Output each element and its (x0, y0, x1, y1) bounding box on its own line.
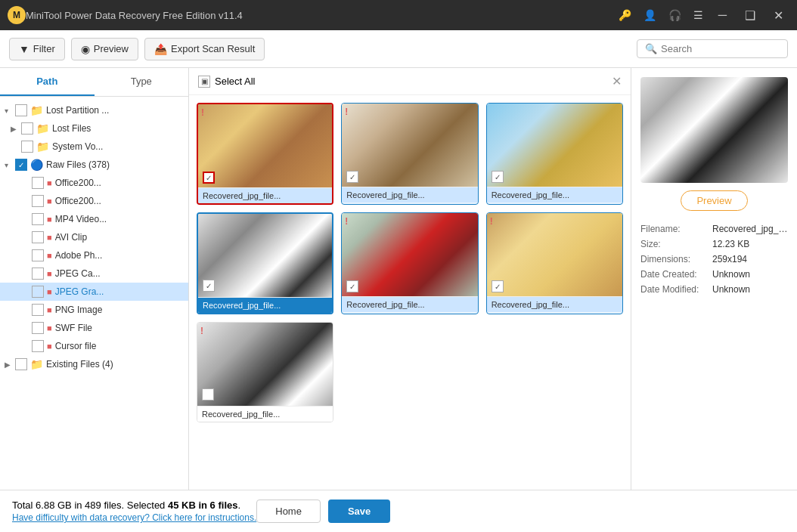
file-item[interactable]: ! ✓ Recovered_jpg_file... (341, 103, 478, 205)
title-bar-icons: 🔑 👤 🎧 ☰ ─ ❑ ✕ (616, 7, 789, 24)
tree-item-mp4-video[interactable]: ■ MP4 Video... (0, 210, 188, 228)
folder-question-icon: 📁 (36, 122, 49, 135)
file-item[interactable]: ! ✓ Recovered_jpg_file... (197, 103, 333, 205)
key-icon[interactable]: 🔑 (616, 8, 634, 23)
raw-file-icon: ■ (47, 342, 52, 351)
file-checkbox[interactable] (202, 388, 214, 401)
raw-file-icon: ■ (47, 269, 52, 278)
sidebar-tree: ▾ 📁 Lost Partition ... ▶ 📁 Lost Files 📁 … (0, 97, 188, 490)
tree-check[interactable] (15, 104, 27, 116)
tab-path[interactable]: Path (0, 68, 95, 96)
help-link[interactable]: Have difficulty with data recovery? Clic… (12, 512, 256, 523)
file-item[interactable]: ! ✓ Recovered_jpg_file... (486, 212, 623, 314)
file-name: Recovered_jpg_file... (342, 296, 477, 312)
file-thumbnail: ! (487, 213, 622, 296)
warning-badge: ! (201, 107, 204, 118)
tree-check[interactable] (32, 286, 44, 298)
tree-item-png-image[interactable]: ■ PNG Image (0, 301, 188, 319)
app-title: MiniTool Power Data Recovery Free Editio… (26, 10, 616, 21)
tree-check[interactable] (32, 268, 44, 280)
main-content: Path Type ▾ 📁 Lost Partition ... ▶ 📁 Los… (0, 68, 797, 490)
tree-check[interactable]: ✓ (15, 159, 27, 171)
tree-item-office200-1[interactable]: ■ Office200... (0, 174, 188, 192)
file-thumbnail: ! (342, 213, 477, 296)
tree-check[interactable] (21, 122, 33, 135)
tree-item-lost-files[interactable]: ▶ 📁 Lost Files (0, 119, 188, 138)
tree-item-existing-files[interactable]: ▶ 📁 Existing Files (4) (0, 355, 188, 373)
file-thumbnail: ! (197, 323, 333, 406)
file-checkbox[interactable]: ✓ (492, 280, 504, 292)
tree-check[interactable] (21, 141, 33, 153)
status-text: Total 6.88 GB in 489 files. Selected 45 … (12, 500, 256, 511)
tree-item-adobe-ph[interactable]: ■ Adobe Ph... (0, 246, 188, 264)
eye-icon: ◉ (81, 43, 90, 55)
file-checkbox[interactable]: ✓ (203, 280, 215, 292)
tree-check[interactable] (32, 322, 44, 334)
home-button[interactable]: Home (256, 500, 321, 523)
tree-check[interactable] (32, 213, 44, 225)
file-name: Recovered_jpg_file... (198, 187, 332, 203)
raw-file-icon: ■ (47, 178, 52, 187)
menu-icon[interactable]: ☰ (690, 8, 706, 23)
sidebar-tabs: Path Type (0, 68, 188, 97)
search-input[interactable] (661, 43, 780, 54)
file-checkbox[interactable]: ✓ (346, 171, 358, 183)
file-item[interactable]: ✓ Recovered_jpg_file... (486, 103, 623, 205)
tree-check[interactable] (32, 304, 44, 316)
info-row-date-modified: Date Modified: Unknown (640, 282, 788, 297)
headphones-icon[interactable]: 🎧 (665, 8, 684, 23)
info-row-dimensions: Dimensions: 259x194 (640, 252, 788, 267)
file-thumbnail (487, 104, 622, 187)
preview-img-placeholder (640, 77, 788, 183)
tree-check[interactable] (32, 177, 44, 189)
tree-item-raw-files[interactable]: ▾ ✓ 🔵 Raw Files (378) (0, 156, 188, 174)
tree-item-avi-clip[interactable]: ■ AVI Clip (0, 228, 188, 246)
select-all-checkbox[interactable]: ▣ (198, 76, 210, 88)
tree-item-jpeg-gra[interactable]: ■ JPEG Gra... (0, 283, 188, 301)
tree-item-lost-partition[interactable]: ▾ 📁 Lost Partition ... (0, 101, 188, 119)
title-bar: M MiniTool Power Data Recovery Free Edit… (0, 0, 797, 30)
tree-item-system-vo[interactable]: 📁 System Vo... (0, 138, 188, 156)
close-button[interactable]: ✕ (768, 7, 789, 24)
folder-icon: 📁 (36, 141, 49, 153)
folder-icon: 📁 (30, 104, 43, 116)
save-button[interactable]: Save (328, 500, 390, 523)
restore-button[interactable]: ❑ (739, 7, 761, 24)
tree-check[interactable] (32, 249, 44, 261)
tab-type[interactable]: Type (95, 68, 189, 96)
file-checkbox[interactable]: ✓ (203, 172, 215, 184)
select-all[interactable]: ▣ Select All (198, 76, 255, 88)
warning-badge: ! (490, 216, 493, 227)
tree-check[interactable] (32, 340, 44, 352)
tree-check[interactable] (32, 231, 44, 243)
raw-icon: 🔵 (30, 159, 43, 171)
sidebar: Path Type ▾ 📁 Lost Partition ... ▶ 📁 Los… (0, 68, 189, 490)
tree-item-cursor-file[interactable]: ■ Cursor file (0, 337, 188, 355)
tree-check[interactable] (32, 195, 44, 207)
tree-item-office200-2[interactable]: ■ Office200... (0, 192, 188, 210)
raw-file-icon: ■ (47, 305, 52, 314)
file-item[interactable]: ✓ Recovered_jpg_file... (197, 212, 333, 314)
file-checkbox[interactable]: ✓ (346, 280, 358, 292)
close-panel-button[interactable]: ✕ (612, 74, 622, 88)
file-name: Recovered_jpg_file... (487, 296, 622, 312)
tree-check[interactable] (15, 358, 27, 370)
person-icon[interactable]: 👤 (640, 8, 659, 23)
warning-badge: ! (200, 326, 203, 336)
file-checkbox[interactable]: ✓ (492, 171, 504, 183)
tree-item-jpeg-ca[interactable]: ■ JPEG Ca... (0, 264, 188, 283)
info-row-date-created: Date Created: Unknown (640, 267, 788, 282)
filter-button[interactable]: ▼ Filter (9, 38, 65, 60)
preview-button[interactable]: ◉ Preview (71, 38, 138, 60)
file-area: ▣ Select All ✕ ! ✓ Recovered_jpg_file...… (189, 68, 631, 490)
file-name: Recovered_jpg_file... (342, 187, 477, 203)
tree-item-swf-file[interactable]: ■ SWF File (0, 319, 188, 337)
file-name: Recovered_jpg_file... (197, 406, 333, 422)
preview-action-button[interactable]: Preview (681, 190, 747, 211)
preview-panel: Preview Filename: Recovered_jpg_file(2..… (631, 68, 797, 490)
export-button[interactable]: 📤 Export Scan Result (144, 38, 265, 60)
warning-badge: ! (345, 216, 348, 227)
file-item[interactable]: ! ✓ Recovered_jpg_file... (341, 212, 478, 314)
file-item[interactable]: ! Recovered_jpg_file... (197, 322, 333, 422)
minimize-button[interactable]: ─ (712, 7, 733, 23)
